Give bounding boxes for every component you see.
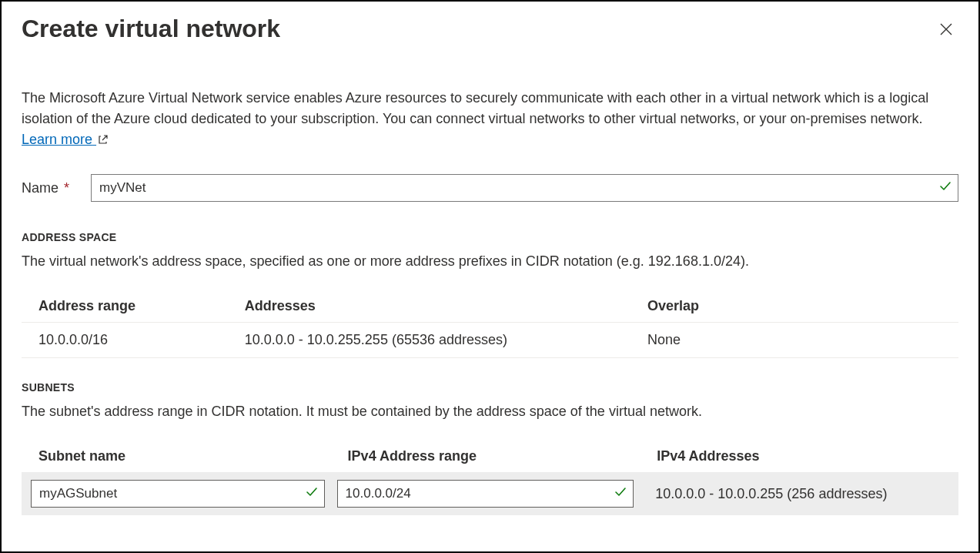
- cell-address-range: 10.0.0.0/16: [22, 323, 228, 358]
- col-ipv4-addresses: IPv4 Addresses: [640, 441, 958, 472]
- close-button[interactable]: [934, 17, 958, 42]
- cell-ipv4-range: [331, 472, 641, 515]
- col-addresses: Addresses: [228, 290, 630, 323]
- address-space-heading: ADDRESS SPACE: [22, 231, 958, 243]
- create-vnet-panel: Create virtual network The Microsoft Azu…: [0, 0, 980, 553]
- panel-header: Create virtual network: [22, 14, 958, 74]
- cell-subnet-name: [22, 472, 331, 515]
- subnet-name-input[interactable]: [31, 480, 325, 508]
- close-icon: [938, 22, 954, 37]
- subnet-range-input[interactable]: [337, 480, 634, 508]
- learn-more-label: Learn more: [22, 132, 92, 147]
- cell-addresses: 10.0.0.0 - 10.0.255.255 (65536 addresses…: [228, 323, 630, 358]
- cell-overlap: None: [630, 323, 958, 358]
- address-space-table: Address range Addresses Overlap 10.0.0.0…: [22, 290, 958, 358]
- col-ipv4-range: IPv4 Address range: [331, 441, 641, 472]
- address-space-description: The virtual network's address space, spe…: [22, 251, 958, 272]
- subnets-table: Subnet name IPv4 Address range IPv4 Addr…: [22, 441, 958, 515]
- intro-text: The Microsoft Azure Virtual Network serv…: [22, 88, 958, 151]
- subnet-addresses-text: 10.0.0.0 - 10.0.0.255 (256 addresses): [646, 486, 887, 501]
- required-marker: *: [64, 180, 69, 196]
- col-subnet-name: Subnet name: [22, 441, 331, 472]
- name-label: Name *: [22, 180, 91, 196]
- subnets-description: The subnet's address range in CIDR notat…: [22, 401, 958, 422]
- col-overlap: Overlap: [630, 290, 958, 323]
- intro-body: The Microsoft Azure Virtual Network serv…: [22, 90, 928, 126]
- table-header-row: Address range Addresses Overlap: [22, 290, 958, 323]
- subnets-heading: SUBNETS: [22, 381, 958, 394]
- name-field-row: Name *: [22, 174, 958, 202]
- name-input[interactable]: [91, 174, 958, 202]
- external-link-icon: [98, 130, 109, 151]
- table-header-row: Subnet name IPv4 Address range IPv4 Addr…: [22, 441, 958, 472]
- table-row: 10.0.0.0 - 10.0.0.255 (256 addresses): [22, 472, 958, 515]
- table-row: 10.0.0.0/16 10.0.0.0 - 10.0.255.255 (655…: [22, 323, 958, 358]
- col-address-range: Address range: [22, 290, 228, 323]
- cell-ipv4-addresses: 10.0.0.0 - 10.0.0.255 (256 addresses): [640, 472, 958, 515]
- learn-more-link[interactable]: Learn more: [22, 132, 109, 147]
- name-input-wrap: [91, 174, 958, 202]
- page-title: Create virtual network: [22, 14, 280, 43]
